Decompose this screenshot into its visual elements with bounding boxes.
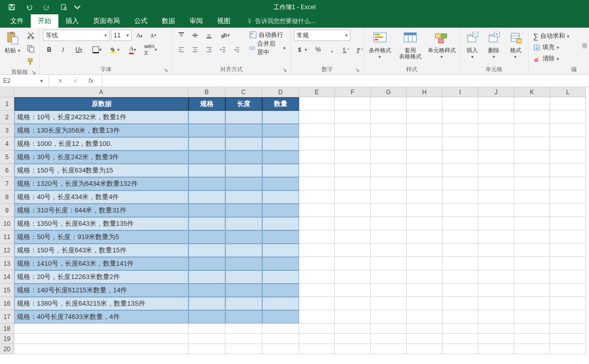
cell[interactable] [371,217,407,230]
cell[interactable]: 规格：1380号，长度643215米，数量13S件 [14,297,188,310]
cell[interactable] [299,284,335,297]
cell[interactable] [299,257,335,270]
cell[interactable] [478,111,514,124]
cell[interactable] [335,284,371,297]
cell[interactable] [188,257,225,270]
cell[interactable] [262,284,299,297]
autosum-button[interactable]: ∑自动求和 ▾ [532,31,571,41]
cell[interactable]: 规格：1350号，长度643米，数量135件 [14,217,188,230]
cell[interactable] [478,204,514,217]
increase-indent-button[interactable] [230,44,243,55]
font-color-button[interactable]: A▾ [124,44,141,55]
cell[interactable] [514,310,550,324]
cell[interactable] [335,164,371,177]
formula-input[interactable] [102,75,589,87]
cell[interactable] [225,190,262,204]
save-button[interactable] [3,0,20,14]
cell[interactable] [550,97,586,111]
cell[interactable] [225,204,262,217]
tab-file[interactable]: 文件 [3,14,31,28]
row-header[interactable]: 2 [0,111,14,124]
row-header[interactable]: 12 [0,244,14,257]
cell[interactable] [514,244,550,257]
namebox-dropdown-icon[interactable]: ▾ [37,77,46,84]
cell[interactable] [225,217,262,230]
cell[interactable] [514,111,550,124]
cell[interactable] [225,324,262,334]
column-header[interactable]: D [262,87,299,97]
cell[interactable] [262,177,299,190]
cell[interactable] [299,297,335,310]
cell[interactable] [514,177,550,190]
cell[interactable] [262,124,299,137]
cell[interactable] [335,257,371,270]
cell[interactable] [299,324,335,334]
cell[interactable] [443,177,478,190]
name-box[interactable]: E2 ▾ [0,75,49,87]
cell[interactable] [550,137,586,151]
align-middle-button[interactable] [189,30,201,41]
cell[interactable] [225,137,262,151]
alignment-launcher-icon[interactable]: ↘ [281,66,287,72]
cell[interactable] [478,230,514,244]
decrease-indent-button[interactable] [217,44,229,55]
cell[interactable] [514,344,550,354]
cell[interactable] [299,310,335,324]
cell[interactable]: 规格：10号，长度24232米，数量1件 [14,111,188,124]
cell[interactable] [478,284,514,297]
row-header[interactable]: 16 [0,297,14,310]
cell[interactable] [188,230,225,244]
row-header[interactable]: 9 [0,204,14,217]
cell[interactable] [443,217,478,230]
column-header[interactable]: E [299,87,335,97]
cell[interactable] [371,137,407,151]
cell[interactable]: 原数据 [14,97,188,111]
cell[interactable] [550,164,586,177]
cell[interactable] [188,270,225,284]
cell[interactable] [262,111,299,124]
row-header[interactable]: 20 [0,344,14,354]
cell[interactable] [478,97,514,111]
cell[interactable] [550,257,586,270]
cell[interactable] [407,257,443,270]
undo-button[interactable] [20,0,38,14]
cell[interactable] [299,137,335,151]
orientation-button[interactable]: ab▾ [217,30,233,41]
cell[interactable] [407,244,443,257]
cell[interactable] [514,137,550,151]
cell[interactable] [478,244,514,257]
cell[interactable] [188,111,225,124]
cell[interactable]: 规格：310号长度：644米，数量31件 [14,204,188,217]
cell[interactable] [371,344,407,354]
print-preview-button[interactable] [55,0,73,14]
cell[interactable] [299,230,335,244]
cell[interactable] [188,137,225,151]
cell[interactable] [371,270,407,284]
cell[interactable] [371,164,407,177]
delete-cells-button[interactable]: × 删除▾ [485,30,503,60]
cell[interactable] [443,334,478,344]
cell[interactable] [371,97,407,111]
cell[interactable] [225,151,262,164]
cell[interactable] [550,284,586,297]
font-launcher-icon[interactable]: ↘ [162,66,169,72]
cell[interactable] [262,137,299,151]
column-header[interactable]: K [514,87,550,97]
cell[interactable]: 规格：150号，长度634数量为15 [14,164,188,177]
cell[interactable] [225,124,262,137]
cell[interactable]: 规格：130长度为356米，数量13件 [14,124,188,137]
cell[interactable] [371,230,407,244]
cell[interactable] [371,151,407,164]
cell[interactable] [299,344,335,354]
insert-cells-button[interactable]: + 插入▾ [463,30,481,60]
phonetic-guide-button[interactable]: wén文▾ [142,44,159,55]
cell[interactable] [407,124,443,137]
fill-color-button[interactable]: ▾ [107,44,123,55]
row-header[interactable]: 17 [0,310,14,324]
cell[interactable] [188,297,225,310]
cell[interactable] [262,310,299,324]
cell[interactable] [443,151,478,164]
cell[interactable] [478,334,514,344]
font-name-select[interactable]: 等线▾ [43,30,110,41]
column-header[interactable]: B [188,87,225,97]
